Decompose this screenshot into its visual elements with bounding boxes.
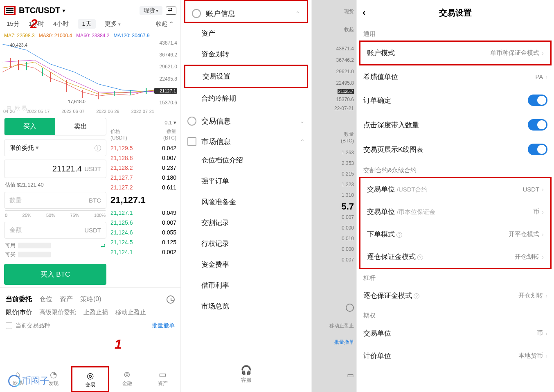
chart-high-label: 40,423.4 <box>10 43 27 47</box>
tab-assets[interactable]: 资产 <box>60 295 73 304</box>
section-market-info[interactable]: 市场信息 ⌃ <box>181 129 311 150</box>
row-order-mode[interactable]: 下单模式? 开平仓模式 › <box>360 223 550 246</box>
menu-exercise[interactable]: 行权记录 <box>181 233 311 254</box>
tf-more[interactable]: 更多 <box>105 20 121 28</box>
pair-selector[interactable]: BTC/USDT <box>19 6 65 15</box>
subtab-stop[interactable]: 止盈止损 <box>83 309 108 316</box>
customer-service[interactable]: 🎧 客服 <box>181 365 311 384</box>
bid-row[interactable]: 21,127.10.049 <box>110 208 176 218</box>
chart-toggle-icon[interactable] <box>166 7 176 15</box>
chevron-right-icon: › <box>545 330 547 337</box>
x-tick: 2022-05-17 <box>27 109 50 114</box>
row-option-unit[interactable]: 交易单位 币 › <box>357 322 554 345</box>
toggle-order-confirm[interactable] <box>528 95 547 106</box>
section-trade-info[interactable]: 交易信息 ⌄ <box>181 109 311 129</box>
market-type-badge[interactable]: 现货 <box>140 6 162 15</box>
swap-icon[interactable]: ⇄ <box>101 242 106 249</box>
menu-transfer[interactable]: 资金划转 <box>181 44 311 65</box>
menu-overview[interactable]: 市场总览 <box>181 296 311 317</box>
finance-icon: ⊚ <box>109 369 145 379</box>
menu-tier[interactable]: 仓位档位介绍 <box>181 150 311 171</box>
bid-row[interactable]: 21,125.60.007 <box>110 218 176 228</box>
help-icon[interactable]: ? <box>396 232 402 238</box>
help-icon[interactable]: ? <box>417 255 423 260</box>
current-symbol-checkbox[interactable] <box>6 322 12 329</box>
sell-tab[interactable]: 卖出 <box>55 118 106 135</box>
menu-liquidation[interactable]: 强平订单 <box>181 171 311 191</box>
tab-open-orders[interactable]: 当前委托 <box>6 295 32 304</box>
order-type-select[interactable]: 限价委托 i <box>4 140 106 156</box>
tf-1d[interactable]: 1天 <box>78 19 95 29</box>
ma7-label: MA7: 22598.3 <box>4 33 35 38</box>
row-isolated-margin[interactable]: 逐仓保证金模式? 开仓划转 › <box>360 246 550 268</box>
info-icon[interactable]: i <box>95 145 101 151</box>
chevron-down-icon: ⌄ <box>300 118 305 124</box>
history-icon[interactable] <box>167 295 175 304</box>
group-leverage: 杠杆 <box>357 269 554 284</box>
ask-row[interactable]: 21,128.20.237 <box>110 163 176 173</box>
ask-row[interactable]: 21,127.70.180 <box>110 173 176 182</box>
y-tick: 15370.6 <box>154 100 177 106</box>
buy-button[interactable]: 买入 BTC <box>4 264 106 285</box>
trade-settings-screen: ‹ 交易设置 通用 账户模式 单币种保证金模式 › 希腊值单位 PA › 订单确… <box>357 0 554 392</box>
tf-15m[interactable]: 15分 <box>7 20 20 28</box>
bid-row[interactable]: 21,124.60.055 <box>110 228 176 237</box>
row-unit-coin[interactable]: 交易单位 /币本位保证金 币 › <box>360 201 550 223</box>
chart-low-label: 17,618.0 <box>68 99 86 104</box>
row-unit-usdt[interactable]: 交易单位 /USDT合约 USDT › <box>360 178 550 201</box>
menu-assets[interactable]: 资产 <box>181 23 311 44</box>
bulk-cancel-link[interactable]: 批量撤单 <box>152 322 175 329</box>
tab-positions[interactable]: 仓位 <box>39 295 52 304</box>
headset-icon: 🎧 <box>181 365 311 376</box>
tab-assets[interactable]: ▭资产 <box>145 366 180 392</box>
row-lever-isolated[interactable]: 逐仓保证金模式? 开仓划转 › <box>357 284 554 307</box>
menu-funding[interactable]: 资金费率 <box>181 254 311 275</box>
section-account-info[interactable]: 账户信息 ⌃ <box>185 1 307 22</box>
tab-strategy[interactable]: 策略(0) <box>80 295 101 304</box>
subtab-advanced[interactable]: 高级限价委托 <box>39 309 76 316</box>
menu-icon[interactable] <box>4 6 16 15</box>
ask-row[interactable]: 21,127.20.611 <box>110 182 176 192</box>
row-depth-qty: 点击深度带入数量 <box>357 113 554 137</box>
price-input[interactable]: 21121.4 USDT <box>4 160 106 178</box>
chevron-right-icon: › <box>545 353 547 359</box>
toggle-depth-qty[interactable] <box>528 119 547 131</box>
group-option: 期权 <box>357 307 554 322</box>
bid-row[interactable]: 21,124.10.002 <box>110 247 176 257</box>
subtab-limit[interactable]: 限价|市价 <box>6 309 32 316</box>
y-tick: 29621.0 <box>154 64 177 70</box>
x-tick: 2022-06-29 <box>96 109 119 114</box>
group-futures: 交割合约&永续合约 <box>357 162 554 177</box>
chart-collapse[interactable]: 收起 <box>156 20 174 28</box>
menu-borrow[interactable]: 借币利率 <box>181 275 311 296</box>
bid-row[interactable]: 21,124.50.125 <box>110 237 176 247</box>
ma30-label: MA30: 21000.4 <box>39 33 72 38</box>
ma60-label: MA60: 23384.2 <box>76 33 109 38</box>
help-icon[interactable]: ? <box>414 293 419 299</box>
buy-tab[interactable]: 买入 <box>5 118 55 135</box>
menu-cooling[interactable]: 合约冷静期 <box>181 88 311 109</box>
row-greek-unit[interactable]: 希腊值单位 PA › <box>357 65 554 88</box>
menu-risk-reserve[interactable]: 风险准备金 <box>181 191 311 212</box>
depth-step-select[interactable]: 0.1 <box>110 118 176 127</box>
qty-input[interactable]: 数量 BTC <box>4 192 106 209</box>
page-watermark: 币圈子 <box>8 375 49 387</box>
mid-price: 21,127.1 <box>110 192 176 208</box>
qty-slider[interactable]: 025% 50%75% 100% <box>4 211 106 222</box>
kline-chart[interactable]: 40,423.4 17,618.0 ⊞ 欧易 43871.4 36746.2 2… <box>2 40 178 114</box>
tab-finance[interactable]: ⊚金融 <box>109 366 145 392</box>
back-icon[interactable]: ‹ <box>363 7 365 18</box>
subtab-trailing[interactable]: 移动止盈止 <box>115 309 146 316</box>
tab-trade[interactable]: ◎交易 <box>71 366 109 392</box>
ask-row[interactable]: 21,128.80.007 <box>110 153 176 163</box>
row-quote-unit[interactable]: 计价单位 本地货币 › <box>357 345 554 367</box>
menu-delivery[interactable]: 交割记录 <box>181 212 311 233</box>
tf-4h[interactable]: 4小时 <box>53 20 69 28</box>
toggle-show-kline[interactable] <box>528 144 547 155</box>
amount-input[interactable]: 金额 USDT <box>4 222 106 239</box>
row-account-mode[interactable]: 账户模式 单币种保证金模式 › <box>360 42 550 64</box>
ask-row[interactable]: 21,129.50.042 <box>110 143 176 153</box>
chart-icon <box>187 137 196 146</box>
menu-trade-settings[interactable]: 交易设置 <box>185 66 307 87</box>
chevron-right-icon: › <box>542 186 544 193</box>
